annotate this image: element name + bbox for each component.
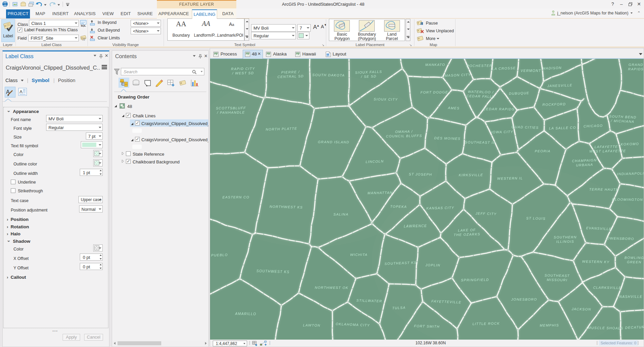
svg-text:TOPEKA: TOPEKA — [390, 205, 407, 209]
svg-text:WESTERN IL: WESTERN IL — [497, 176, 523, 180]
svg-text:RAPIDS: RAPIDS — [628, 67, 644, 71]
svg-text:[']: ['] — [82, 37, 85, 41]
svg-text:TERRE HAUTE: TERRE HAUTE — [589, 188, 619, 192]
svg-text:SCOTTSBLUFF: SCOTTSBLUFF — [216, 106, 246, 110]
svg-text:MISSOURI: MISSOURI — [547, 278, 568, 282]
svg-text:/ WEST SD: / WEST SD — [232, 71, 254, 75]
svg-text:KANSAS CITY: KANSAS CITY — [426, 206, 454, 210]
svg-text:DECATUR: DECATUR — [625, 325, 644, 330]
svg-text:LAFAYETTE /: LAFAYETTE / — [595, 145, 621, 149]
svg-text:SIOUX CITY: SIOUX CITY — [374, 98, 398, 102]
svg-text:SPRINGFIELD: SPRINGFIELD — [461, 278, 489, 282]
svg-text:WATERLOO /: WATERLOO / — [468, 90, 494, 94]
svg-text:ST LOUIS: ST LOUIS — [526, 216, 546, 220]
svg-text:GREEN: GREEN — [627, 260, 641, 264]
svg-text:FORT DODGE: FORT DODGE — [420, 90, 448, 94]
svg-text:ROCHESTER: ROCHESTER — [467, 64, 493, 68]
svg-text:URBANA: URBANA — [576, 163, 593, 167]
svg-text:NORTHWEST OK: NORTHWEST OK — [315, 286, 348, 290]
svg-text:PUEBLO: PUEBLO — [211, 253, 228, 257]
svg-text:TULSA: TULSA — [392, 306, 406, 310]
svg-text:PIERRE /: PIERRE / — [281, 70, 300, 74]
svg-text:IOWA CITY: IOWA CITY — [491, 130, 513, 134]
svg-text:CHICAGO: CHICAGO — [583, 124, 603, 128]
svg-text:KOKOMO: KOKOMO — [621, 142, 639, 146]
svg-text:JOPLIN: JOPLIN — [425, 263, 440, 267]
svg-text:MUSCLE SHOALS: MUSCLE SHOALS — [588, 326, 623, 330]
svg-text:SQL: SQL — [81, 24, 86, 27]
svg-text:ST JOSEPH: ST JOSEPH — [409, 172, 432, 176]
svg-text:JACKSON: JACKSON — [571, 307, 591, 311]
svg-text:DUBUQUE: DUBUQUE — [509, 91, 529, 95]
svg-text:MEMPHIS: MEMPHIS — [540, 323, 559, 327]
svg-text:MANHATTAN: MANHATTAN — [368, 191, 393, 195]
svg-text:LAWTON: LAWTON — [303, 323, 320, 327]
svg-text:WEST LAFAYETTE: WEST LAFAYETTE — [589, 149, 626, 153]
svg-text:CEDAR RAPIDS: CEDAR RAPIDS — [483, 107, 515, 111]
svg-text:/ PANHANDLE: / PANHANDLE — [217, 111, 245, 115]
svg-text:AMARILLO: AMARILLO — [235, 312, 256, 316]
svg-text:OWENSBORO: OWENSBORO — [607, 236, 634, 241]
svg-text:BOWLING: BOWLING — [624, 256, 644, 260]
svg-text:INDIANAPOLIS: INDIANAPOLIS — [617, 171, 644, 176]
svg-text:DES MOINES: DES MOINES — [434, 136, 461, 141]
svg-text:RAPID CITY: RAPID CITY — [231, 67, 255, 71]
svg-text:FORT SMITH: FORT SMITH — [414, 324, 440, 329]
svg-text:MADISON: MADISON — [542, 66, 562, 70]
svg-text:LAKE OF: LAKE OF — [458, 228, 476, 232]
svg-text:OMAHA /: OMAHA / — [395, 130, 413, 134]
svg-text:STILLWATER: STILLWATER — [356, 299, 382, 303]
svg-text:SOUTHEAST: SOUTHEAST — [544, 273, 570, 277]
svg-text:LAWRENCE: LAWRENCE — [404, 224, 427, 228]
svg-text:MANKATO: MANKATO — [425, 63, 445, 67]
svg-text:GRAND: GRAND — [629, 63, 643, 67]
svg-text:JONESBORO: JONESBORO — [511, 298, 537, 301]
svg-text:AMES: AMES — [447, 106, 460, 110]
svg-text:ROCKFORD: ROCKFORD — [542, 102, 566, 107]
svg-text:A: A — [20, 89, 23, 94]
svg-text:WICHITA: WICHITA — [350, 253, 368, 257]
svg-text:SOUTHERN: SOUTHERN — [554, 235, 577, 239]
svg-text:ILLINOIS: ILLINOIS — [556, 240, 574, 243]
svg-text:SOUTH DAKOTA: SOUTH DAKOTA — [312, 73, 345, 77]
svg-text:/ SE SD: / SE SD — [361, 74, 376, 79]
svg-text:LITTLE ROCK: LITTLE ROCK — [472, 321, 500, 326]
svg-text:CLARKSVILLE: CLARKSVILLE — [593, 286, 621, 290]
svg-text:KIRKSVILLE: KIRKSVILLE — [459, 173, 483, 177]
svg-text:BLOOMINGTON: BLOOMINGTON — [612, 198, 643, 202]
svg-text:PEORIA: PEORIA — [535, 149, 550, 153]
svg-text:NASHVILLE: NASHVILLE — [619, 295, 643, 299]
svg-text:SOUTHEAST IA: SOUTHEAST IA — [465, 140, 496, 144]
svg-text:LINCOLN: LINCOLN — [366, 159, 384, 164]
svg-text:EASTERN CO: EASTERN CO — [223, 195, 249, 199]
svg-text:CENTRAL SD: CENTRAL SD — [277, 74, 304, 79]
svg-text:GRAND ISLAND: GRAND ISLAND — [318, 140, 349, 144]
svg-text:COUNCIL BLUFFS: COUNCIL BLUFFS — [386, 134, 422, 138]
svg-text:VERMONT: VERMONT — [521, 69, 541, 73]
svg-text:JEFF CITY: JEFF CITY — [475, 211, 497, 216]
svg-text:WESTERN KY: WESTERN KY — [582, 260, 610, 264]
svg-text:SALINA: SALINA — [334, 213, 349, 216]
